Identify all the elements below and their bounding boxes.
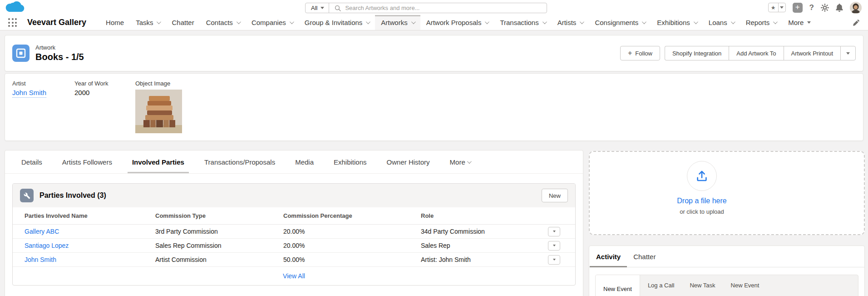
chevron-down-icon: [580, 20, 584, 24]
nav-item-contacts[interactable]: Contacts: [200, 15, 246, 30]
field-object-image: Object Image: [135, 80, 182, 140]
salesforce-cloud-logo-icon: [5, 1, 25, 14]
nav-item-more[interactable]: More: [782, 15, 817, 30]
party-name-link[interactable]: John Smith: [25, 256, 56, 263]
party-name-link[interactable]: Santiago Lopez: [25, 242, 69, 249]
quick-action-new-event[interactable]: New Event: [596, 275, 640, 296]
quick-action-new-event-2[interactable]: New Event: [723, 275, 767, 295]
column-header: Commission Type: [155, 212, 283, 219]
file-drop-zone[interactable]: Drop a file here or click to upload: [589, 151, 865, 235]
search-scope-label: All: [311, 5, 317, 11]
artwork-record-icon: [12, 45, 30, 62]
user-avatar[interactable]: [850, 2, 862, 14]
search-scope-selector[interactable]: All: [306, 3, 329, 13]
chevron-down-icon: [485, 20, 489, 24]
follow-button[interactable]: + Follow: [620, 46, 660, 60]
field-label: Year of Work: [74, 80, 135, 87]
view-all-link[interactable]: View All: [283, 272, 305, 280]
favorites-star-icon[interactable]: ★: [769, 3, 779, 12]
tab-exhibitions[interactable]: Exhibitions: [324, 151, 377, 173]
tab-details[interactable]: Details: [11, 151, 52, 173]
chevron-down-icon: [411, 20, 416, 24]
nav-item-tasks[interactable]: Tasks: [130, 15, 166, 30]
commission-type-cell: Artist Commission: [155, 256, 283, 263]
view-all-row: View All: [13, 267, 575, 285]
add-artwork-to-button[interactable]: Add Artwork To: [729, 46, 783, 60]
tab-chatter[interactable]: Chatter: [627, 246, 662, 267]
upload-circle[interactable]: [687, 161, 717, 191]
artwork-printout-button[interactable]: Artwork Printout: [784, 46, 840, 60]
record-actions: + Follow Shopify Integration Add Artwork…: [620, 46, 856, 60]
nav-item-group-invitations[interactable]: Group & Invitations: [299, 15, 375, 30]
tab-media[interactable]: Media: [285, 151, 324, 173]
object-image-thumbnail[interactable]: [135, 90, 182, 133]
nav-item-consignments[interactable]: Consignments: [589, 15, 651, 30]
global-header: All ★ + ?: [0, 0, 868, 15]
field-label: Object Image: [135, 80, 182, 87]
upload-hint: or click to upload: [680, 208, 724, 215]
app-launcher-icon[interactable]: [7, 17, 18, 28]
tab-activity[interactable]: Activity: [590, 246, 627, 267]
field-value: 2000: [74, 89, 135, 96]
commission-type-cell: 3rd Party Commission: [155, 228, 283, 235]
more-actions-caret-button[interactable]: [840, 46, 856, 60]
edit-nav-pencil-icon[interactable]: [853, 19, 860, 26]
nav-item-home[interactable]: Home: [100, 15, 130, 30]
tab-more[interactable]: More: [440, 151, 480, 173]
nav-item-artists[interactable]: Artists: [552, 15, 589, 30]
global-search: All: [305, 3, 547, 13]
artist-link[interactable]: John Smith: [12, 89, 46, 98]
new-button[interactable]: New: [542, 189, 568, 202]
chevron-down-icon: [366, 20, 370, 24]
caret-down-icon: [553, 259, 556, 261]
tab-involved-parties[interactable]: Involved Parties: [122, 151, 194, 173]
tab-artists-followers[interactable]: Artists Followers: [52, 151, 122, 173]
drop-file-link[interactable]: Drop a file here: [677, 197, 726, 205]
field-label: Artist: [12, 80, 74, 87]
chevron-down-icon: [773, 20, 778, 24]
nav-item-artwork-proposals[interactable]: Artwork Proposals: [420, 15, 494, 30]
nav-item-artworks[interactable]: Artworks: [375, 15, 420, 30]
wrench-icon: [20, 189, 34, 202]
help-icon[interactable]: ?: [809, 3, 814, 12]
search-input[interactable]: [345, 5, 541, 11]
activity-tabs: Activity Chatter: [589, 246, 864, 267]
shopify-integration-button[interactable]: Shopify Integration: [665, 46, 729, 60]
row-actions-button[interactable]: [548, 227, 560, 236]
chevron-down-icon: [731, 20, 735, 24]
notifications-bell-icon[interactable]: [836, 4, 843, 12]
table-row: Gallery ABC 3rd Party Commission 20.00% …: [13, 225, 575, 239]
record-entity-label: Artwork: [35, 44, 84, 51]
commission-percentage-cell: 50.00%: [283, 256, 421, 263]
quick-action-log-a-call[interactable]: Log a Call: [640, 275, 682, 295]
page-title: Books - 1/5: [35, 52, 84, 62]
nav-item-chatter[interactable]: Chatter: [166, 15, 200, 30]
app-navigation-bar: Veevart Gallery Home Tasks Chatter Conta…: [0, 15, 868, 30]
record-action-group: Shopify Integration Add Artwork To Artwo…: [665, 46, 856, 60]
nav-item-loans[interactable]: Loans: [703, 15, 740, 30]
column-header: Role: [421, 212, 548, 219]
row-actions-button[interactable]: [548, 241, 560, 251]
tab-owner-history[interactable]: Owner History: [377, 151, 440, 173]
commission-type-cell: Sales Rep Commission: [155, 242, 283, 249]
party-name-link[interactable]: Gallery ABC: [25, 228, 59, 235]
field-artist: Artist John Smith: [12, 80, 74, 140]
record-highlight-fields: Artist John Smith Year of Work 2000 Obje…: [5, 73, 863, 141]
chevron-down-icon: [542, 20, 547, 24]
upload-icon: [695, 169, 709, 183]
nav-item-reports[interactable]: Reports: [740, 15, 783, 30]
nav-item-companies[interactable]: Companies: [246, 15, 299, 30]
global-actions-plus-icon[interactable]: +: [793, 3, 803, 13]
setup-gear-icon[interactable]: [821, 4, 829, 12]
nav-item-transactions[interactable]: Transactions: [494, 15, 551, 30]
nav-item-exhibitions[interactable]: Exhibitions: [651, 15, 703, 30]
favorites-caret-icon[interactable]: [779, 3, 785, 12]
table-row: Santiago Lopez Sales Rep Commission 20.0…: [13, 239, 575, 253]
nav-items: Home Tasks Chatter Contacts Companies Gr…: [100, 15, 817, 30]
tab-transactions-proposals[interactable]: Transactions/Proposals: [194, 151, 285, 173]
quick-action-new-task[interactable]: New Task: [682, 275, 723, 295]
caret-down-icon: [807, 21, 811, 24]
row-actions-button[interactable]: [548, 255, 560, 265]
search-field[interactable]: [329, 3, 547, 13]
role-cell: Artist: John Smith: [421, 256, 548, 263]
